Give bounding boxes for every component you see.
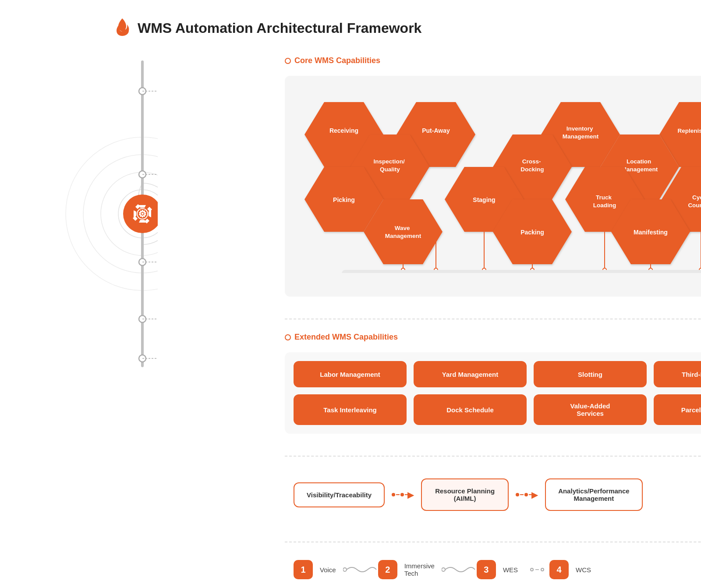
main-content: Core WMS Capabilities <box>285 56 701 588</box>
label-immersive: ImmersiveTech <box>404 562 435 577</box>
divider-1 <box>285 319 701 319</box>
ext-card-labor: Labor Management <box>294 361 407 387</box>
svg-text:Receiving: Receiving <box>329 127 358 134</box>
extended-wms-section: Extended WMS Capabilities Labor Manageme… <box>285 333 701 434</box>
arrow-right: ▶ <box>407 489 414 500</box>
ext-card-vas: Value-AddedServices <box>534 394 647 425</box>
ext-card-dock: Dock Schedule <box>414 394 527 425</box>
extended-grid: Labor Management Yard Management Slottin… <box>285 352 701 434</box>
flame-icon <box>114 18 131 39</box>
flow-box-resource: Resource Planning(AI/ML) <box>421 478 509 511</box>
label-wes: WES <box>503 566 518 574</box>
radar-svg: ⚙ <box>61 47 158 380</box>
page-title: WMS Automation Architectural Framework <box>138 20 421 36</box>
svg-text:Packing: Packing <box>520 229 544 236</box>
ext-card-task: Task Interleaving <box>294 394 407 425</box>
svg-text:⚙: ⚙ <box>138 209 147 220</box>
extended-dot <box>285 334 291 340</box>
wave-connector-2 <box>442 564 477 575</box>
bottom-section: 1 Voice 2 ImmersiveTech <box>285 556 701 584</box>
header: WMS Automation Architectural Framework <box>61 18 640 39</box>
ext-card-yard: Yard Management <box>414 361 527 387</box>
svg-text:Put-Away: Put-Away <box>422 127 450 134</box>
conn-line <box>520 494 524 495</box>
flow-box-visibility: Visibility/Traceability <box>294 482 385 507</box>
conn-line <box>396 494 400 495</box>
conn-dot <box>524 493 528 496</box>
ext-card-billing: Third-Party Billing <box>654 361 701 387</box>
extended-wms-label: Extended WMS Capabilities <box>285 333 701 342</box>
arrow-right-2: ▶ <box>531 489 538 500</box>
svg-point-52 <box>442 568 445 571</box>
num-badge-4: 4 <box>549 560 569 579</box>
ext-card-slotting: Slotting <box>534 361 647 387</box>
core-wms-section: Core WMS Capabilities <box>285 56 701 297</box>
svg-point-51 <box>343 568 347 571</box>
ext-card-parcel: Parcel Manifesting <box>654 394 701 425</box>
bottom-row: 1 Voice 2 ImmersiveTech <box>285 556 701 584</box>
honeycomb-container: Receiving Put-Away Inventory Management <box>285 76 701 297</box>
label-voice: Voice <box>320 566 336 574</box>
svg-text:Picking: Picking <box>333 196 355 203</box>
label-wcs: WCS <box>576 566 591 574</box>
num-badge-3: 3 <box>477 560 496 579</box>
flow-section: Visibility/Traceability ▶ Resource Plann… <box>285 470 701 520</box>
flow-box-analytics: Analytics/PerformanceManagement <box>545 478 643 511</box>
core-dot <box>285 58 291 64</box>
svg-text:Staging: Staging <box>473 196 495 203</box>
svg-text:Replenishment: Replenishment <box>678 128 701 134</box>
hex-grid-svg: Receiving Put-Away Inventory Management <box>298 89 701 273</box>
svg-rect-49 <box>342 270 701 273</box>
divider-2 <box>285 456 701 457</box>
wave-connector-1 <box>343 564 378 575</box>
flow-connector-2: ▶ <box>516 489 538 500</box>
core-wms-label: Core WMS Capabilities <box>285 56 701 65</box>
divider-3 <box>285 542 701 542</box>
dot-connector <box>530 568 544 571</box>
conn-dot <box>392 493 395 496</box>
svg-text:Manifesting: Manifesting <box>634 229 668 236</box>
flow-connector-1: ▶ <box>392 489 414 500</box>
num-badge-2: 2 <box>378 560 397 579</box>
conn-dot <box>400 493 404 496</box>
flow-row: Visibility/Traceability ▶ Resource Plann… <box>285 470 701 520</box>
page-wrapper: WMS Automation Architectural Framework <box>44 0 657 588</box>
conn-dot <box>516 493 519 496</box>
num-badge-1: 1 <box>294 560 313 579</box>
